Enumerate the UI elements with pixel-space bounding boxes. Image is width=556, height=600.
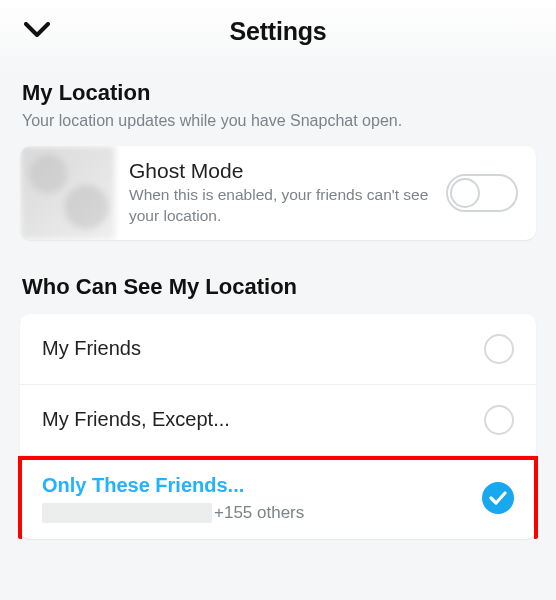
ghost-mode-toggle[interactable] [446,174,518,212]
ghost-mode-title: Ghost Mode [129,159,438,183]
option-my-friends[interactable]: My Friends [20,314,536,385]
visibility-options-list: My Friends My Friends, Except... Only Th… [20,314,536,539]
who-can-see-heading: Who Can See My Location [0,240,556,314]
radio-selected-icon [482,482,514,514]
my-location-heading: My Location [0,62,556,108]
ghost-mode-text: Ghost Mode When this is enabled, your fr… [115,147,446,239]
ghost-mode-card: Ghost Mode When this is enabled, your fr… [20,146,536,240]
others-count: +155 others [214,503,304,523]
back-chevron-icon[interactable] [24,22,50,38]
option-label: My Friends [42,337,141,360]
radio-unselected-icon [484,334,514,364]
option-my-friends-except[interactable]: My Friends, Except... [20,385,536,456]
option-label: Only These Friends... [42,474,304,497]
header: Settings [0,0,556,62]
toggle-knob [450,178,480,208]
redacted-name [42,503,212,523]
page-title: Settings [229,17,326,46]
ghost-mode-thumbnail [20,146,115,240]
radio-unselected-icon [484,405,514,435]
ghost-mode-desc: When this is enabled, your friends can't… [129,185,438,227]
ghost-mode-row[interactable]: Ghost Mode When this is enabled, your fr… [20,146,536,240]
option-subline: +155 others [42,503,304,523]
option-label: My Friends, Except... [42,408,230,431]
option-only-these-friends[interactable]: Only These Friends... +155 others [18,456,538,539]
my-location-subtitle: Your location updates while you have Sna… [0,108,556,146]
